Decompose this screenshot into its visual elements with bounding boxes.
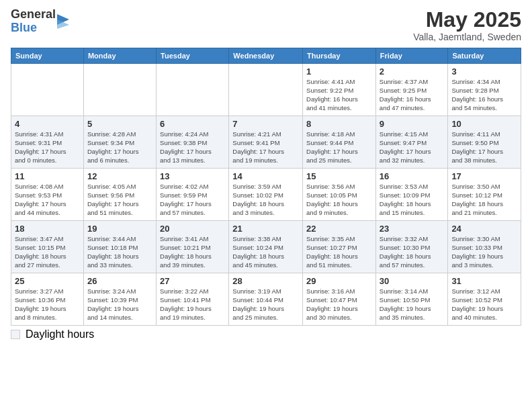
calendar-cell: 20Sunrise: 3:41 AM Sunset: 10:21 PM Dayl… — [157, 221, 229, 273]
day-number: 21 — [232, 224, 299, 234]
calendar-cell: 15Sunrise: 3:56 AM Sunset: 10:05 PM Dayl… — [303, 169, 376, 221]
day-number: 30 — [380, 276, 445, 286]
calendar-cell: 28Sunrise: 3:19 AM Sunset: 10:44 PM Dayl… — [229, 273, 303, 326]
day-detail: Sunrise: 3:14 AM Sunset: 10:50 PM Daylig… — [380, 287, 445, 322]
calendar-cell — [83, 64, 156, 116]
day-detail: Sunrise: 3:47 AM Sunset: 10:15 PM Daylig… — [15, 235, 80, 269]
calendar-cell: 11Sunrise: 4:08 AM Sunset: 9:53 PM Dayli… — [11, 169, 84, 221]
calendar-cell: 23Sunrise: 3:32 AM Sunset: 10:30 PM Dayl… — [375, 221, 448, 273]
calendar-cell: 21Sunrise: 3:38 AM Sunset: 10:24 PM Dayl… — [229, 221, 303, 273]
calendar-cell: 14Sunrise: 3:59 AM Sunset: 10:02 PM Dayl… — [229, 169, 303, 221]
day-detail: Sunrise: 4:21 AM Sunset: 9:41 PM Dayligh… — [232, 130, 299, 165]
logo: General Blue — [11, 8, 69, 35]
calendar-cell — [229, 64, 303, 116]
calendar-cell: 5Sunrise: 4:28 AM Sunset: 9:34 PM Daylig… — [83, 116, 156, 169]
day-number: 28 — [232, 276, 299, 286]
calendar-cell: 30Sunrise: 3:14 AM Sunset: 10:50 PM Dayl… — [375, 273, 448, 326]
calendar-cell: 4Sunrise: 4:31 AM Sunset: 9:31 PM Daylig… — [11, 116, 84, 169]
header-row: Sunday Monday Tuesday Wednesday Thursday… — [11, 48, 521, 64]
day-detail: Sunrise: 4:11 AM Sunset: 9:50 PM Dayligh… — [451, 130, 517, 165]
calendar-cell: 17Sunrise: 3:50 AM Sunset: 10:12 PM Dayl… — [448, 169, 521, 221]
calendar-cell: 16Sunrise: 3:53 AM Sunset: 10:09 PM Dayl… — [375, 169, 448, 221]
logo-general: General — [11, 8, 56, 21]
day-number: 23 — [380, 224, 445, 234]
day-detail: Sunrise: 3:59 AM Sunset: 10:02 PM Daylig… — [232, 183, 299, 217]
calendar-cell: 9Sunrise: 4:15 AM Sunset: 9:47 PM Daylig… — [375, 116, 448, 169]
calendar-cell: 27Sunrise: 3:22 AM Sunset: 10:41 PM Dayl… — [157, 273, 229, 326]
day-detail: Sunrise: 3:44 AM Sunset: 10:18 PM Daylig… — [87, 235, 152, 269]
footer-row: Daylight hours — [11, 328, 521, 340]
day-number: 13 — [160, 171, 225, 181]
col-monday: Monday — [83, 48, 156, 64]
day-number: 16 — [380, 171, 445, 181]
day-number: 11 — [15, 171, 80, 181]
calendar-cell: 31Sunrise: 3:12 AM Sunset: 10:52 PM Dayl… — [448, 273, 521, 326]
location: Valla, Jaemtland, Sweden — [413, 32, 521, 42]
col-saturday: Saturday — [448, 48, 521, 64]
col-tuesday: Tuesday — [157, 48, 229, 64]
day-number: 9 — [380, 119, 445, 129]
day-number: 20 — [160, 224, 225, 234]
day-number: 7 — [232, 119, 299, 129]
day-detail: Sunrise: 4:31 AM Sunset: 9:31 PM Dayligh… — [15, 130, 80, 165]
page: General Blue May 2025 Valla, Jaemtland, … — [0, 0, 532, 411]
day-number: 15 — [306, 171, 372, 181]
calendar-cell: 25Sunrise: 3:27 AM Sunset: 10:36 PM Dayl… — [11, 273, 84, 326]
day-detail: Sunrise: 4:02 AM Sunset: 9:59 PM Dayligh… — [160, 183, 225, 217]
week-row-0: 1Sunrise: 4:41 AM Sunset: 9:22 PM Daylig… — [11, 64, 521, 116]
title-section: May 2025 Valla, Jaemtland, Sweden — [413, 8, 521, 42]
day-detail: Sunrise: 3:16 AM Sunset: 10:47 PM Daylig… — [306, 287, 372, 322]
day-number: 19 — [87, 224, 152, 234]
calendar-cell: 7Sunrise: 4:21 AM Sunset: 9:41 PM Daylig… — [229, 116, 303, 169]
calendar-cell: 12Sunrise: 4:05 AM Sunset: 9:56 PM Dayli… — [83, 169, 156, 221]
calendar-cell: 24Sunrise: 3:30 AM Sunset: 10:33 PM Dayl… — [448, 221, 521, 273]
day-detail: Sunrise: 4:37 AM Sunset: 9:25 PM Dayligh… — [380, 78, 445, 112]
day-detail: Sunrise: 4:34 AM Sunset: 9:28 PM Dayligh… — [451, 78, 517, 112]
day-detail: Sunrise: 3:30 AM Sunset: 10:33 PM Daylig… — [451, 235, 517, 269]
day-detail: Sunrise: 3:53 AM Sunset: 10:09 PM Daylig… — [380, 183, 445, 217]
calendar-cell: 1Sunrise: 4:41 AM Sunset: 9:22 PM Daylig… — [303, 64, 376, 116]
calendar-cell: 22Sunrise: 3:35 AM Sunset: 10:27 PM Dayl… — [303, 221, 376, 273]
day-number: 25 — [15, 276, 80, 286]
day-detail: Sunrise: 4:41 AM Sunset: 9:22 PM Dayligh… — [306, 78, 372, 112]
logo-blue: Blue — [11, 21, 56, 35]
month-title: May 2025 — [413, 8, 521, 32]
day-number: 27 — [160, 276, 225, 286]
day-number: 5 — [87, 119, 152, 129]
calendar-cell: 2Sunrise: 4:37 AM Sunset: 9:25 PM Daylig… — [375, 64, 448, 116]
day-detail: Sunrise: 3:35 AM Sunset: 10:27 PM Daylig… — [306, 235, 372, 269]
calendar-cell: 10Sunrise: 4:11 AM Sunset: 9:50 PM Dayli… — [448, 116, 521, 169]
day-detail: Sunrise: 3:12 AM Sunset: 10:52 PM Daylig… — [451, 287, 517, 322]
day-number: 24 — [451, 224, 517, 234]
day-detail: Sunrise: 3:22 AM Sunset: 10:41 PM Daylig… — [160, 287, 225, 322]
day-number: 29 — [306, 276, 372, 286]
day-detail: Sunrise: 3:50 AM Sunset: 10:12 PM Daylig… — [451, 183, 517, 217]
day-detail: Sunrise: 4:24 AM Sunset: 9:38 PM Dayligh… — [160, 130, 225, 165]
week-row-3: 18Sunrise: 3:47 AM Sunset: 10:15 PM Dayl… — [11, 221, 521, 273]
col-sunday: Sunday — [11, 48, 84, 64]
day-detail: Sunrise: 3:27 AM Sunset: 10:36 PM Daylig… — [15, 287, 80, 322]
day-number: 22 — [306, 224, 372, 234]
week-row-1: 4Sunrise: 4:31 AM Sunset: 9:31 PM Daylig… — [11, 116, 521, 169]
calendar-cell: 18Sunrise: 3:47 AM Sunset: 10:15 PM Dayl… — [11, 221, 84, 273]
day-number: 1 — [306, 66, 372, 77]
day-number: 8 — [306, 119, 372, 129]
day-number: 4 — [15, 119, 80, 129]
calendar-cell: 6Sunrise: 4:24 AM Sunset: 9:38 PM Daylig… — [157, 116, 229, 169]
calendar-cell: 8Sunrise: 4:18 AM Sunset: 9:44 PM Daylig… — [303, 116, 376, 169]
calendar-cell: 29Sunrise: 3:16 AM Sunset: 10:47 PM Dayl… — [303, 273, 376, 326]
daylight-label: Daylight hours — [26, 328, 94, 340]
day-detail: Sunrise: 3:41 AM Sunset: 10:21 PM Daylig… — [160, 235, 225, 269]
col-friday: Friday — [375, 48, 448, 64]
col-wednesday: Wednesday — [229, 48, 303, 64]
day-number: 31 — [451, 276, 517, 286]
day-number: 12 — [87, 171, 152, 181]
day-detail: Sunrise: 3:24 AM Sunset: 10:39 PM Daylig… — [87, 287, 152, 322]
day-detail: Sunrise: 4:05 AM Sunset: 9:56 PM Dayligh… — [87, 183, 152, 217]
calendar-cell: 26Sunrise: 3:24 AM Sunset: 10:39 PM Dayl… — [83, 273, 156, 326]
day-number: 14 — [232, 171, 299, 181]
week-row-4: 25Sunrise: 3:27 AM Sunset: 10:36 PM Dayl… — [11, 273, 521, 326]
day-number: 10 — [451, 119, 517, 129]
week-row-2: 11Sunrise: 4:08 AM Sunset: 9:53 PM Dayli… — [11, 169, 521, 221]
day-detail: Sunrise: 3:32 AM Sunset: 10:30 PM Daylig… — [380, 235, 445, 269]
